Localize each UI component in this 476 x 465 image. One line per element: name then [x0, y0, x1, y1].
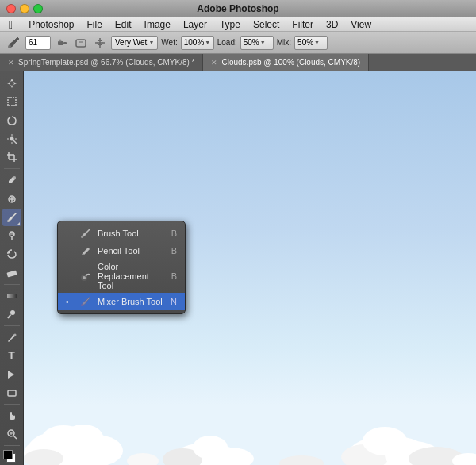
app-title: Adobe Photoshop	[197, 3, 278, 14]
context-menu-mixer-brush-tool[interactable]: • Mixer Brush Tool N	[58, 293, 185, 310]
mix-value-box[interactable]: 50% ▼	[294, 36, 328, 50]
path-select-button[interactable]	[2, 366, 21, 383]
svg-rect-4	[76, 40, 86, 47]
foreground-color-swatch[interactable]	[3, 450, 13, 459]
photoshop-menu-item[interactable]: Photoshop	[23, 18, 79, 31]
brush-tool-icon	[79, 227, 92, 240]
dodge-tool-button[interactable]	[2, 306, 21, 323]
wet-label: Wet:	[161, 38, 177, 47]
select-menu-item[interactable]: Select	[248, 18, 285, 31]
tabs-bar: ✕ SpringTemplate.psd @ 66.7% (Clouds, CM…	[0, 54, 476, 71]
tab-spring-label: SpringTemplate.psd @ 66.7% (Clouds, CMYK…	[18, 58, 194, 67]
toolbar: T	[0, 71, 24, 465]
context-menu-pencil-tool[interactable]: Pencil Tool B	[58, 242, 185, 259]
tab-spring-close-icon[interactable]: ✕	[8, 59, 14, 67]
move-tool-button[interactable]	[2, 75, 21, 92]
svg-marker-9	[10, 79, 13, 88]
hand-tool-button[interactable]	[2, 407, 21, 425]
airbrush-icon[interactable]	[54, 35, 70, 51]
title-bar: Adobe Photoshop	[0, 0, 476, 17]
3d-menu-item[interactable]: 3D	[321, 18, 344, 31]
pencil-tool-label: Pencil Tool	[98, 246, 166, 256]
svg-point-0	[8, 45, 11, 48]
shape-tool-button[interactable]	[2, 384, 21, 402]
canvas-area[interactable]: Brush Tool B Pencil Tool B	[24, 71, 476, 465]
type-menu-item[interactable]: Type	[214, 18, 246, 31]
svg-marker-36	[8, 371, 14, 379]
eraser-tool-button[interactable]	[2, 263, 21, 281]
context-menu-brush-tool[interactable]: Brush Tool B	[58, 225, 185, 242]
svg-point-55	[363, 427, 407, 455]
svg-line-39	[13, 436, 17, 440]
color-replace-label: Color Replacement Tool	[98, 262, 166, 290]
type-tool-button[interactable]: T	[2, 347, 21, 364]
mode-chevron-icon: ▼	[148, 40, 154, 45]
tablet-icon[interactable]	[73, 35, 89, 51]
image-menu-item[interactable]: Image	[139, 18, 176, 31]
pen-tool-button[interactable]	[2, 329, 21, 346]
history-brush-button[interactable]	[2, 245, 21, 263]
load-value-box[interactable]: 50% ▼	[240, 36, 274, 50]
crosshair-icon[interactable]	[92, 35, 108, 51]
svg-point-51	[193, 436, 228, 459]
main-area: T	[0, 71, 476, 465]
menu-bar:  Photoshop File Edit Image Layer Type S…	[0, 17, 476, 32]
gradient-tool-button[interactable]	[2, 287, 21, 305]
svg-rect-31	[6, 270, 17, 277]
clone-stamp-button[interactable]	[2, 227, 21, 244]
mixer-brush-shortcut: N	[171, 297, 177, 306]
svg-marker-10	[7, 82, 17, 85]
toolbar-separator-4	[4, 404, 20, 405]
tab-clouds-close-icon[interactable]: ✕	[211, 59, 217, 67]
brush-size-value: 61	[29, 38, 37, 47]
wet-value-box[interactable]: 100% ▼	[181, 36, 214, 50]
zoom-tool-button[interactable]	[2, 425, 21, 443]
color-replace-shortcut: B	[171, 271, 177, 281]
mix-label: Mix:	[277, 38, 291, 47]
tool-group-indicator	[17, 222, 20, 225]
magic-wand-button[interactable]	[2, 130, 21, 148]
mixer-brush-checkmark: •	[66, 298, 74, 306]
svg-point-63	[81, 304, 83, 306]
svg-point-59	[279, 455, 324, 465]
brush-size-box[interactable]: 61	[25, 36, 51, 50]
svg-rect-2	[63, 42, 67, 44]
pencil-tool-icon	[79, 244, 92, 257]
tab-spring-template[interactable]: ✕ SpringTemplate.psd @ 66.7% (Clouds, CM…	[0, 54, 203, 71]
apple-menu-item[interactable]: 	[3, 17, 18, 32]
mix-chevron-icon: ▼	[314, 40, 320, 45]
svg-point-26	[7, 220, 10, 222]
svg-point-46	[63, 425, 103, 450]
lasso-tool-button[interactable]	[2, 112, 21, 129]
close-button[interactable]	[6, 4, 16, 13]
color-swatches[interactable]	[3, 450, 21, 465]
mode-dropdown[interactable]: Very Wet ▼	[111, 36, 158, 50]
layer-menu-item[interactable]: Layer	[178, 18, 213, 31]
eyedropper-tool-button[interactable]	[2, 171, 21, 189]
load-value: 50%	[244, 38, 259, 47]
svg-point-62	[83, 276, 86, 279]
brush-tool-button[interactable]	[2, 209, 21, 226]
mixer-brush-label: Mixer Brush Tool	[98, 297, 165, 306]
maximize-button[interactable]	[33, 4, 43, 13]
mix-value: 50%	[298, 38, 313, 47]
minimize-button[interactable]	[20, 4, 29, 13]
heal-tool-button[interactable]	[2, 190, 21, 207]
file-menu-item[interactable]: File	[82, 18, 108, 31]
svg-rect-11	[8, 98, 16, 106]
mixer-brush-icon	[79, 295, 92, 308]
svg-rect-32	[7, 294, 17, 298]
filter-menu-item[interactable]: Filter	[286, 18, 319, 31]
marquee-tool-button[interactable]	[2, 93, 21, 110]
svg-point-60	[81, 236, 83, 238]
tab-clouds[interactable]: ✕ Clouds.psb @ 100% (Clouds, CMYK/8)	[203, 54, 369, 71]
view-menu-item[interactable]: View	[345, 18, 377, 31]
crop-tool-button[interactable]	[2, 148, 21, 166]
traffic-lights	[6, 4, 43, 13]
svg-point-22	[13, 176, 16, 179]
edit-menu-item[interactable]: Edit	[109, 18, 137, 31]
brush-tool-shortcut: B	[171, 229, 177, 238]
tab-clouds-label: Clouds.psb @ 100% (Clouds, CMYK/8)	[221, 58, 360, 67]
context-menu: Brush Tool B Pencil Tool B	[57, 221, 186, 314]
context-menu-color-replace-tool[interactable]: Color Replacement Tool B	[58, 259, 185, 293]
